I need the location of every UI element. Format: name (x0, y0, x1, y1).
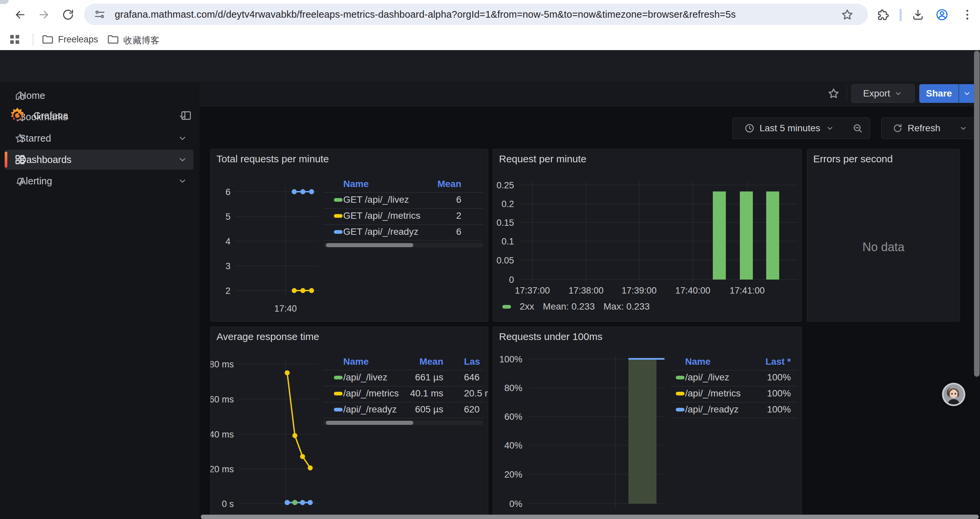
svg-text:17:40:00: 17:40:00 (675, 286, 710, 295)
extensions-puzzle-icon[interactable] (877, 8, 890, 21)
legend-column-header[interactable]: Name (685, 356, 711, 367)
legend-series-mean: 40.1 ms (410, 388, 443, 399)
sidebar-item-alerting[interactable]: Alerting (5, 171, 194, 191)
legend-separator (323, 240, 483, 241)
legend-column-header[interactable]: Name (343, 356, 369, 367)
svg-text:5: 5 (226, 212, 231, 222)
series-color-pill[interactable] (334, 408, 342, 412)
panel-errors-per-second[interactable]: Errors per second No data (807, 149, 960, 322)
series-color-pill[interactable] (676, 408, 684, 412)
legend-separator (323, 192, 483, 193)
legend-item-2xx[interactable]: 2xx Mean: 0.233 Max: 0.233 (502, 301, 650, 312)
panel-request-per-minute[interactable]: Request per minute 0.250.20.150.10.05017… (493, 149, 802, 322)
legend-series-last: 20.5 m (464, 388, 488, 399)
legend-series-name[interactable]: GET /api/_/livez (343, 194, 409, 205)
legend-scrollbar-thumb[interactable] (326, 243, 413, 247)
chevron-down-icon[interactable] (177, 133, 188, 143)
chevron-down-icon (963, 89, 971, 98)
bookmark-star-icon[interactable] (841, 8, 854, 21)
panel-requests-under-100ms[interactable]: Requests under 100ms 100%80%60%40%20%0%1… (493, 327, 802, 519)
sidebar-item-label: Dashboards (19, 154, 72, 165)
bookmark-folder-freeleaps[interactable]: Freeleaps (58, 34, 98, 45)
apps-grid-icon[interactable] (8, 33, 21, 46)
panel-title[interactable]: Errors per second (813, 153, 892, 164)
legend-series-name[interactable]: /api/_/livez (343, 372, 387, 383)
address-bar[interactable]: grafana.mathmast.com/d/deytv4rwavabkb/fr… (84, 4, 868, 25)
svg-text:40%: 40% (504, 441, 522, 450)
legend-column-header[interactable]: Name (343, 179, 369, 189)
refresh-button[interactable]: Refresh (881, 118, 951, 139)
svg-text:20%: 20% (504, 469, 522, 480)
svg-text:0.15: 0.15 (496, 218, 514, 228)
svg-text:17:38:00: 17:38:00 (568, 286, 603, 295)
svg-text:0.1: 0.1 (501, 236, 514, 246)
series-color-pill[interactable] (334, 230, 342, 234)
svg-text:0: 0 (509, 275, 514, 285)
favorite-star-icon[interactable] (827, 87, 840, 100)
url-text[interactable]: grafana.mathmast.com/d/deytv4rwavabkb/fr… (115, 9, 736, 20)
chevron-down-icon (826, 124, 834, 133)
back-icon[interactable] (13, 8, 27, 21)
legend-series-name[interactable]: /api/_/livez (685, 372, 729, 383)
legend-scrollbar-thumb[interactable] (326, 421, 413, 425)
share-button[interactable]: Share (919, 84, 959, 103)
sidebar-item-home[interactable]: Home (5, 86, 194, 105)
kebab-menu-icon[interactable] (961, 8, 974, 21)
series-color-pill[interactable] (334, 214, 342, 218)
legend-series-name[interactable]: /api/_/readyz (343, 404, 396, 415)
legend-column-header[interactable]: Last * (765, 356, 791, 367)
sidebar-item-starred[interactable]: Starred (5, 128, 194, 148)
series-color-pill[interactable] (334, 198, 342, 202)
sidebar-collapse-icon[interactable] (180, 110, 192, 121)
site-info-icon[interactable] (94, 8, 106, 21)
series-color-pill[interactable] (334, 376, 342, 379)
panel-total-requests-per-minute[interactable]: Total requests per minute 6543217:40 Nam… (210, 149, 488, 322)
download-icon[interactable] (911, 8, 924, 21)
floating-assistant-avatar[interactable] (942, 383, 965, 406)
refresh-interval-button[interactable] (951, 118, 976, 139)
legend-separator (323, 418, 483, 418)
sidebar-item-dashboards[interactable]: Dashboards (5, 150, 194, 170)
legend-series-name[interactable]: /api/_/metrics (685, 388, 741, 399)
sidebar-item-bookmarks[interactable]: Bookmarks (5, 107, 194, 127)
series-color-pill (502, 305, 511, 308)
series-color-pill[interactable] (676, 376, 684, 379)
legend-series-last: 100% (767, 404, 791, 415)
tab-strip-corner (0, 0, 9, 4)
legend-series-last: 620 (464, 404, 480, 415)
apps-icon (14, 153, 26, 166)
legend-series-name[interactable]: /api/_/metrics (343, 388, 399, 399)
legend-separator (323, 224, 483, 225)
profile-icon[interactable] (935, 8, 949, 21)
legend-series-name[interactable]: GET /api/_/metrics (343, 211, 420, 221)
zoom-out-button[interactable] (846, 118, 870, 139)
time-range-picker[interactable]: Last 5 minutes (732, 118, 846, 139)
horizontal-scrollbar[interactable] (201, 515, 978, 519)
legend-series-mean: 605 µs (415, 404, 443, 415)
vertical-scrollbar[interactable] (974, 51, 980, 377)
series-mean: Mean: 0.233 (543, 301, 595, 312)
svg-text:4: 4 (226, 236, 231, 246)
series-color-pill[interactable] (334, 392, 342, 395)
svg-text:60%: 60% (504, 412, 522, 422)
legend-series-mean: 661 µs (415, 372, 443, 383)
bookmark-folder-blogs[interactable]: 收藏博客 (123, 34, 159, 46)
legend-separator (671, 386, 797, 386)
legend-series-name[interactable]: GET /api/_/readyz (343, 227, 418, 237)
chevron-down-icon[interactable] (177, 155, 188, 164)
legend-series-name[interactable]: /api/_/readyz (685, 404, 738, 415)
chevron-down-icon (959, 124, 968, 133)
legend-column-header[interactable]: Mean (419, 356, 443, 367)
grafana-logo[interactable] (9, 106, 26, 126)
forward-icon[interactable] (37, 8, 51, 21)
panel-average-response-time[interactable]: Average response time 80 ms60 ms40 ms20 … (210, 327, 488, 519)
legend-column-header[interactable]: Las (464, 356, 480, 367)
reload-icon[interactable] (61, 8, 75, 21)
bell-icon (14, 175, 26, 187)
legend-column-header[interactable]: Mean (437, 179, 461, 189)
legend-separator (671, 402, 797, 402)
series-color-pill[interactable] (676, 392, 684, 395)
chevron-down-icon[interactable] (177, 176, 188, 186)
share-menu-button[interactable] (959, 84, 975, 103)
export-button[interactable]: Export (851, 84, 915, 103)
